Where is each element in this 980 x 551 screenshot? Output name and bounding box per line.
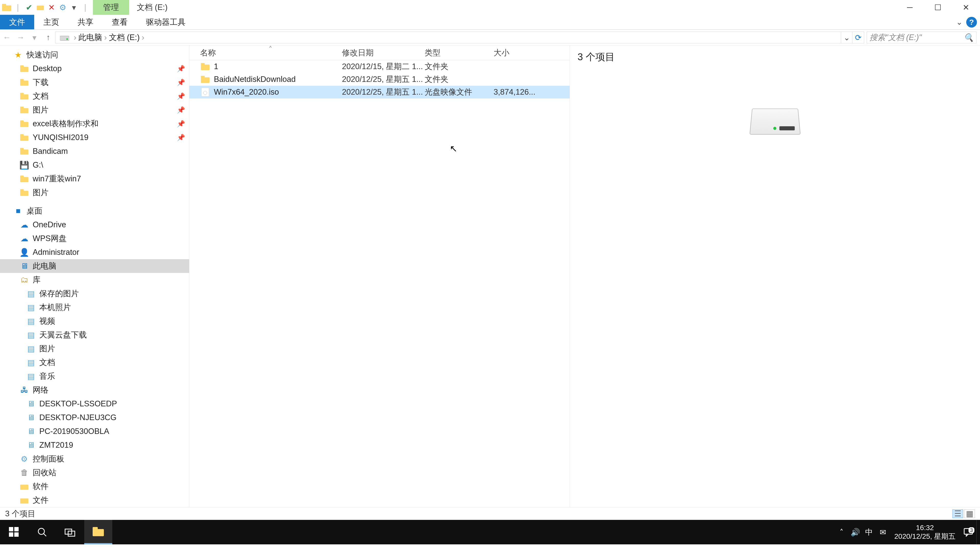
- breadcrumb[interactable]: › 此电脑 › 文档 (E:) ›: [55, 32, 841, 43]
- qat-dropdown-icon[interactable]: ▾: [69, 2, 79, 13]
- tree-item[interactable]: 🖥DESKTOP-LSSOEDP: [0, 397, 189, 411]
- tree-item-icon: ▤: [25, 302, 36, 313]
- tree-item-label: G:\: [33, 160, 43, 170]
- ribbon-expand-icon[interactable]: ⌄: [956, 17, 963, 27]
- tree-item[interactable]: ▤天翼云盘下载: [0, 328, 189, 342]
- taskbar-explorer-button[interactable]: [84, 520, 112, 545]
- tree-item[interactable]: 🖥ZMT2019: [0, 438, 189, 452]
- tree-item[interactable]: 软件: [0, 480, 189, 493]
- tree-item-label: 软件: [33, 481, 48, 492]
- taskbar-clock[interactable]: 16:32 2020/12/25, 星期五: [890, 524, 960, 540]
- tree-item-label: Desktop: [33, 64, 62, 73]
- nav-back-button[interactable]: ←: [0, 30, 14, 44]
- tree-item-label: PC-20190530OBLA: [39, 427, 109, 436]
- table-row[interactable]: Win7x64_2020.iso2020/12/25, 星期五 1...光盘映像…: [189, 86, 570, 98]
- qat-check-icon[interactable]: ✔: [24, 2, 34, 13]
- tree-item[interactable]: ☁OneDrive: [0, 218, 189, 232]
- tree-item-label: 此电脑: [33, 261, 56, 272]
- tree-item[interactable]: ▤保存的图片: [0, 287, 189, 300]
- qat-close-icon[interactable]: ✕: [46, 2, 57, 13]
- crumb-sep-icon[interactable]: ›: [72, 33, 78, 42]
- task-view-button[interactable]: [56, 520, 84, 545]
- tree-desktop[interactable]: ■ 桌面: [0, 204, 189, 218]
- crumb-item[interactable]: 此电脑: [78, 32, 102, 43]
- tree-item-icon: ☁: [19, 233, 30, 244]
- tree-item[interactable]: 🗂库: [0, 273, 189, 287]
- col-header-size[interactable]: 大小: [493, 48, 535, 58]
- tab-file[interactable]: 文件: [0, 15, 34, 29]
- tree-item[interactable]: 图片: [0, 186, 189, 200]
- tray-overflow-icon[interactable]: ˄: [835, 528, 848, 537]
- tree-item-icon: [19, 481, 30, 492]
- taskbar-search-button[interactable]: [28, 520, 56, 545]
- tree-item[interactable]: 💾G:\: [0, 158, 189, 172]
- tab-drive-tools[interactable]: 驱动器工具: [137, 15, 195, 29]
- tree-item-icon: ▤: [25, 316, 36, 327]
- tree-item[interactable]: 下载📌: [0, 76, 189, 89]
- tree-item[interactable]: 🖥PC-20190530OBLA: [0, 424, 189, 438]
- search-input[interactable]: 搜索"文档 (E:)" 🔍: [867, 32, 977, 43]
- tree-item[interactable]: ▤音乐: [0, 369, 189, 383]
- view-details-button[interactable]: ☰: [953, 510, 963, 518]
- tree-item[interactable]: Bandicam: [0, 144, 189, 158]
- tree-item-icon: ▤: [25, 288, 36, 299]
- col-header-type[interactable]: 类型: [425, 48, 493, 58]
- tree-item[interactable]: 👤Administrator: [0, 245, 189, 259]
- nav-recent-dropdown[interactable]: ▾: [27, 30, 41, 44]
- crumb-item[interactable]: 文档 (E:): [109, 32, 140, 43]
- qat-gear-icon[interactable]: ⚙: [58, 2, 68, 13]
- tray-ime-icon[interactable]: 中: [862, 527, 876, 537]
- action-center-button[interactable]: 3: [960, 527, 977, 537]
- tree-item-icon: [19, 495, 30, 506]
- tree-item[interactable]: ▤文档: [0, 356, 189, 369]
- file-size: 3,874,126...: [493, 87, 535, 97]
- tree-item[interactable]: 图片📌: [0, 103, 189, 117]
- tab-share[interactable]: 共享: [68, 15, 103, 29]
- file-type: 文件夹: [425, 61, 493, 72]
- tree-item[interactable]: excel表格制作求和📌: [0, 117, 189, 130]
- nav-forward-button[interactable]: →: [14, 30, 27, 44]
- crumb-sep-icon[interactable]: ›: [102, 33, 109, 42]
- tree-item-icon: 💾: [19, 160, 30, 170]
- tree-item[interactable]: ▤本机照片: [0, 300, 189, 314]
- close-button[interactable]: ✕: [952, 0, 980, 15]
- help-icon[interactable]: ?: [966, 17, 977, 27]
- view-icons-button[interactable]: ▦: [964, 510, 975, 518]
- tree-item[interactable]: ☁WPS网盘: [0, 232, 189, 245]
- tree-item[interactable]: 🗑回收站: [0, 466, 189, 480]
- tray-volume-icon[interactable]: 🔊: [848, 528, 862, 537]
- tab-view[interactable]: 查看: [103, 15, 137, 29]
- tree-item-icon: 🖥: [25, 412, 36, 423]
- tree-network[interactable]: 🖧 网络: [0, 383, 189, 397]
- file-icon: [200, 74, 210, 84]
- tree-item[interactable]: ▤图片: [0, 342, 189, 356]
- nav-up-button[interactable]: ↑: [41, 30, 55, 44]
- tree-item[interactable]: win7重装win7: [0, 172, 189, 186]
- tree-item[interactable]: YUNQISHI2019📌: [0, 130, 189, 144]
- tree-item[interactable]: 🖥DESKTOP-NJEU3CG: [0, 411, 189, 424]
- tray-mail-icon[interactable]: ✉: [876, 528, 890, 537]
- tree-item[interactable]: 文档📌: [0, 89, 189, 103]
- tree-item[interactable]: ⚙控制面板: [0, 452, 189, 466]
- folder-small-icon[interactable]: [35, 2, 45, 13]
- tree-item[interactable]: ▤视频: [0, 314, 189, 328]
- tree-item[interactable]: Desktop📌: [0, 62, 189, 76]
- start-button[interactable]: [0, 520, 28, 545]
- address-dropdown[interactable]: ⌄: [841, 32, 853, 43]
- show-desktop-button[interactable]: [977, 520, 980, 545]
- search-icon[interactable]: 🔍: [964, 33, 974, 42]
- tree-quick-access[interactable]: ★ 快速访问: [0, 48, 189, 62]
- minimize-button[interactable]: ─: [896, 0, 924, 15]
- tree-item[interactable]: 文件: [0, 493, 189, 507]
- table-row[interactable]: BaiduNetdiskDownload2020/12/25, 星期五 1...…: [189, 73, 570, 86]
- contextual-tab-manage[interactable]: 管理: [93, 0, 129, 15]
- drive-graphic: [751, 107, 799, 135]
- refresh-button[interactable]: ⟳: [853, 32, 864, 43]
- col-header-date[interactable]: 修改日期: [342, 48, 425, 58]
- table-row[interactable]: 12020/12/15, 星期二 1...文件夹: [189, 60, 570, 73]
- tab-home[interactable]: 主页: [34, 15, 68, 29]
- maximize-button[interactable]: ☐: [924, 0, 952, 15]
- tree-item-label: 文件: [33, 495, 48, 506]
- crumb-sep-icon[interactable]: ›: [140, 33, 146, 42]
- tree-item[interactable]: 🖥此电脑: [0, 259, 189, 273]
